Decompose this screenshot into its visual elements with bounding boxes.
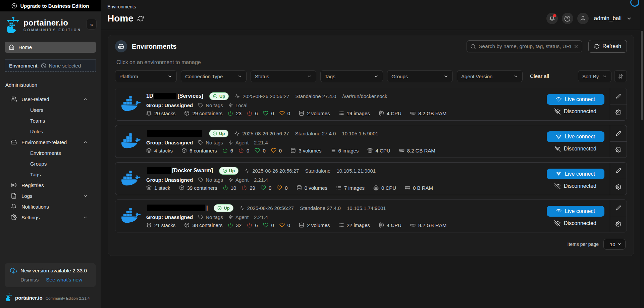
avatar[interactable] — [577, 13, 589, 24]
items-per-page-value: 10 — [610, 241, 615, 247]
images-value: 7 images — [344, 185, 365, 191]
chevron-down-icon[interactable] — [626, 16, 632, 21]
sidebar-item-registries[interactable]: Registries — [0, 180, 101, 190]
refresh-button[interactable]: Refresh — [588, 40, 627, 53]
sidebar-item-environment-related[interactable]: Environment-related — [0, 137, 101, 147]
running-value: 32 — [236, 222, 241, 228]
groups-filter-label: Groups — [391, 74, 443, 79]
environment-settings-button[interactable] — [610, 104, 627, 121]
notifications-button[interactable] — [546, 13, 558, 24]
edit-environment-button[interactable] — [610, 88, 627, 104]
environment-row[interactable]: [Docker Swarm] Up 2025-08-26 20:56:27 St… — [115, 162, 627, 195]
chevron-up-icon — [83, 140, 88, 145]
volumes-stat: 2 volumes — [299, 222, 330, 228]
volumes-stat: 2 volumes — [299, 111, 330, 116]
groups-filter[interactable]: Groups — [387, 70, 453, 82]
layers-icon — [146, 185, 152, 190]
stopped-containers-stat: 6 — [247, 111, 258, 116]
timestamp: 2025-08-26 20:56:27 — [243, 93, 289, 99]
sidebar-item-notifications[interactable]: Notifications — [0, 201, 101, 212]
sort-direction-button[interactable] — [614, 70, 627, 82]
sidebar-item-users[interactable]: Users — [0, 104, 101, 115]
sidebar-item-teams[interactable]: Teams — [0, 115, 101, 126]
sidebar-collapse-button[interactable]: « — [87, 19, 97, 30]
gear-icon — [615, 184, 621, 190]
live-connect-button[interactable]: Live connect — [547, 94, 604, 105]
dismiss-link[interactable]: Dismiss — [20, 277, 39, 283]
environment-settings-button[interactable] — [610, 142, 627, 158]
environment-url: 10.105.1.21:9001 — [336, 168, 376, 174]
running-value: 10 — [231, 185, 236, 191]
upgrade-banner[interactable]: Upgrade to Business Edition — [0, 0, 101, 11]
status-filter[interactable]: Status — [251, 70, 316, 82]
platform-filter[interactable]: Platform — [115, 70, 177, 82]
sidebar-item-user-related[interactable]: User-related — [0, 94, 101, 104]
live-connect-button[interactable]: Live connect — [547, 206, 604, 217]
sidebar-item-environments[interactable]: Environments — [0, 147, 101, 158]
connection-type-filter[interactable]: Connection Type — [181, 70, 247, 82]
sidebar-item-logs[interactable]: Logs — [0, 190, 101, 201]
connection-type-value: Agent — [235, 177, 249, 183]
platform-version: Standalone — [305, 168, 330, 174]
containers-stat: 38 containers — [184, 222, 222, 228]
environment-name: | — [146, 205, 208, 211]
sidebar-item-home[interactable]: Home — [5, 42, 96, 53]
notifications-label: Notifications — [21, 204, 88, 210]
sidebar-item-groups[interactable]: Groups — [0, 158, 101, 169]
images-value: 22 images — [347, 222, 370, 228]
sort-by-select[interactable]: Sort By — [578, 70, 611, 82]
tags-filter[interactable]: Tags — [320, 70, 383, 82]
heart-icon — [271, 148, 276, 153]
wifi-icon — [556, 208, 561, 214]
power-on-icon — [223, 185, 228, 190]
live-connect-button[interactable]: Live connect — [547, 169, 604, 179]
section-administration: Administration — [5, 82, 95, 88]
activity-icon — [235, 94, 240, 99]
heart-icon — [277, 185, 282, 190]
cpu-value: 4 CPU — [387, 111, 401, 116]
healthy-containers-stat: 0 — [263, 111, 274, 116]
healthy-value: 0 — [271, 222, 274, 228]
hard-drive-icon — [11, 139, 17, 145]
timestamp: 2025-08-26 20:56:27 — [252, 168, 299, 174]
help-button[interactable] — [562, 13, 573, 24]
agent-version-filter[interactable]: Agent Version — [457, 70, 523, 82]
platform-version: Standalone 27.4.0 — [295, 131, 336, 136]
environment-name: 1D [Services] — [146, 93, 203, 99]
last-check-time: 2025-08-26 20:56:27 — [234, 131, 289, 136]
items-per-page-select[interactable]: 10 — [603, 239, 626, 250]
see-whats-new-link[interactable]: See what's new — [46, 277, 82, 283]
live-connect-button[interactable]: Live connect — [547, 131, 604, 142]
gear-icon — [11, 214, 17, 220]
logo-row: portainer.io COMMUNITY EDITION « — [0, 11, 101, 37]
connection-status-label: Disconnected — [564, 183, 596, 189]
cpu-stat: 4 CPU — [379, 111, 401, 116]
environment-selector-label: Environment: — [9, 63, 39, 69]
environment-settings-button[interactable] — [610, 179, 627, 195]
environment-row[interactable]: 1D [Services] Up 2025-08-26 20:56:27 Sta… — [115, 88, 627, 121]
chevron-down-icon — [513, 74, 518, 79]
edit-environment-button[interactable] — [610, 125, 627, 142]
scrollbar-thumb[interactable] — [641, 31, 643, 120]
sidebar-item-tags[interactable]: Tags — [0, 169, 101, 180]
power-off-icon — [247, 111, 252, 116]
search-input[interactable] — [479, 43, 571, 49]
edit-environment-button[interactable] — [610, 163, 627, 179]
refresh-icon[interactable] — [138, 15, 144, 22]
wifi-icon — [556, 96, 561, 102]
clear-all-button[interactable]: Clear all — [530, 73, 549, 79]
clear-search-icon[interactable] — [574, 44, 579, 49]
volumes-value: 3 volumes — [299, 148, 321, 153]
sort-by-label: Sort By — [582, 74, 602, 79]
edit-environment-button[interactable] — [610, 200, 627, 216]
healthy-containers-stat: 0 — [255, 148, 265, 153]
sidebar-item-roles[interactable]: Roles — [0, 126, 101, 137]
list-footer: Items per page 10 — [115, 237, 627, 250]
environment-row[interactable]: | Up 2025-08-26 20:56:27 Standalone 27.4… — [115, 200, 627, 232]
agent-version-filter-label: Agent Version — [461, 74, 513, 79]
environment-settings-button[interactable] — [610, 216, 627, 232]
sidebar-item-settings[interactable]: Settings — [0, 212, 101, 223]
environment-row[interactable]: Up 2025-08-26 20:56:27 Standalone 27.4.0… — [115, 125, 627, 158]
running-containers-stat: 6 — [222, 148, 233, 153]
docker-whale-icon — [121, 133, 141, 149]
